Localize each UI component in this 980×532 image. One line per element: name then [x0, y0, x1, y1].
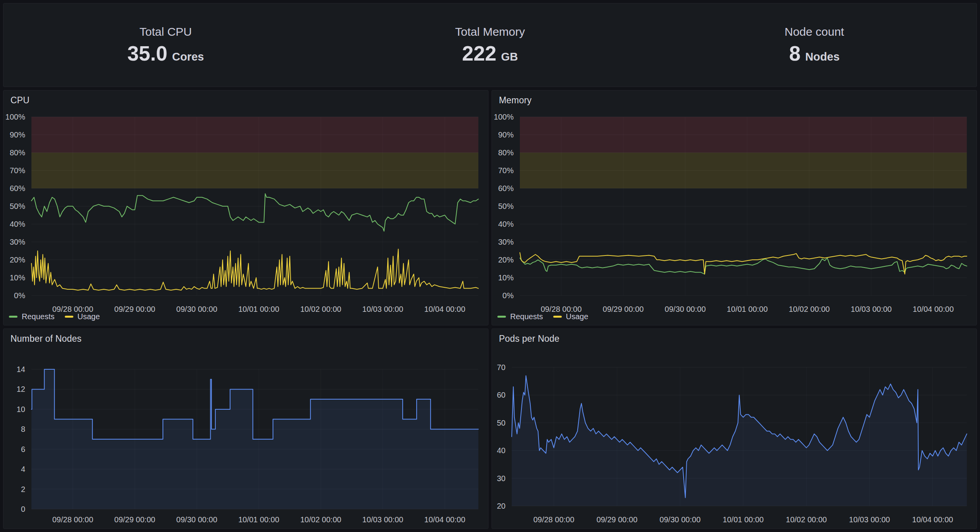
y-axis-tick-label: 90%	[498, 130, 514, 139]
x-axis-tick-label: 10/02 00:00	[789, 305, 830, 313]
y-axis-tick-label: 50%	[10, 202, 25, 210]
y-axis-tick-label: 70	[497, 363, 506, 372]
panel-memory: Memory 0%10%20%30%40%50%60%70%80%90%100%…	[492, 90, 977, 325]
dashboard: { "colors": { "page_bg": "#111217", "pan…	[0, 0, 980, 532]
stats-row: Total CPU 35.0 Cores Total Memory 222 GB…	[3, 3, 977, 87]
panel-cpu: CPU 0%10%20%30%40%50%60%70%80%90%100%09/…	[3, 90, 488, 325]
x-axis-tick-label: 09/30 00:00	[665, 305, 706, 313]
y-axis-tick-label: 20%	[10, 256, 25, 264]
x-axis-tick-label: 10/03 00:00	[362, 515, 403, 524]
y-axis-tick-label: 40%	[498, 220, 514, 228]
stat-total-cpu-label: Total CPU	[139, 25, 192, 38]
legend-label: Requests	[22, 312, 55, 321]
pods-plot-area[interactable]: 20304050607009/28 00:0009/29 00:0009/30 …	[492, 329, 977, 529]
y-axis-tick-label: 20%	[498, 256, 514, 264]
stat-node-count: Node count 8 Nodes	[652, 25, 977, 65]
y-axis-tick-label: 12	[17, 385, 25, 393]
stat-node-count-unit: Nodes	[805, 50, 840, 63]
y-axis-tick-label: 80%	[498, 148, 514, 157]
legend-item-requests[interactable]: Requests	[497, 312, 543, 321]
y-axis-tick-label: 4	[21, 465, 25, 473]
stats-panel: Total CPU 35.0 Cores Total Memory 222 GB…	[3, 3, 977, 87]
cpu-legend: RequestsUsage	[9, 312, 100, 321]
stat-total-cpu-unit: Cores	[172, 50, 204, 63]
x-axis-tick-label: 09/29 00:00	[114, 515, 156, 524]
legend-color-pill-icon	[553, 316, 562, 318]
y-axis-tick-label: 50	[497, 419, 506, 427]
panel-number-of-nodes: Number of Nodes 0246810121409/28 00:0009…	[3, 329, 488, 529]
legend-label: Usage	[566, 312, 589, 321]
y-axis-tick-label: 30%	[498, 238, 514, 246]
panel-memory-title[interactable]: Memory	[499, 95, 532, 106]
x-axis-tick-label: 09/30 00:00	[176, 515, 217, 524]
x-axis-tick-label: 10/02 00:00	[300, 305, 341, 313]
memory-plot-area[interactable]: 0%10%20%30%40%50%60%70%80%90%100%09/28 0…	[492, 90, 977, 325]
cpu-chart[interactable]: 0%10%20%30%40%50%60%70%80%90%100%09/28 0…	[3, 90, 488, 325]
y-axis-tick-label: 0%	[14, 291, 25, 300]
stat-total-cpu-value-row: 35.0 Cores	[127, 42, 204, 65]
panel-pods-per-node-title[interactable]: Pods per Node	[499, 334, 559, 344]
series-line-requests	[520, 258, 967, 274]
stat-node-count-value-row: 8 Nodes	[789, 42, 840, 65]
x-axis-tick-label: 10/01 00:00	[238, 305, 279, 313]
legend-color-pill-icon	[9, 316, 17, 318]
stat-total-memory-unit: GB	[501, 50, 518, 63]
y-axis-tick-label: 40	[497, 446, 506, 455]
x-axis-tick-label: 10/03 00:00	[362, 305, 403, 313]
y-axis-tick-label: 40%	[10, 220, 25, 228]
x-axis-tick-label: 09/28 00:00	[52, 515, 93, 524]
y-axis-tick-label: 80%	[10, 148, 25, 157]
x-axis-tick-label: 10/02 00:00	[300, 515, 341, 524]
panel-number-of-nodes-title[interactable]: Number of Nodes	[10, 334, 81, 344]
y-axis-tick-label: 30	[497, 474, 506, 483]
x-axis-tick-label: 09/29 00:00	[114, 305, 156, 313]
y-axis-tick-label: 10	[17, 405, 25, 414]
pods-per-node-chart[interactable]: 20304050607009/28 00:0009/29 00:0009/30 …	[492, 329, 977, 529]
series-line-requests	[31, 194, 478, 231]
stat-total-cpu: Total CPU 35.0 Cores	[3, 25, 328, 65]
x-axis-tick-label: 09/28 00:00	[533, 515, 575, 524]
cpu-plot-area[interactable]: 0%10%20%30%40%50%60%70%80%90%100%09/28 0…	[3, 90, 488, 325]
x-axis-tick-label: 09/29 00:00	[603, 305, 644, 313]
x-axis-tick-label: 09/30 00:00	[176, 305, 217, 313]
nodes-plot-area[interactable]: 0246810121409/28 00:0009/29 00:0009/30 0…	[3, 329, 488, 529]
legend-color-pill-icon	[497, 316, 506, 318]
y-axis-tick-label: 14	[17, 365, 25, 374]
y-axis-tick-label: 50%	[498, 202, 514, 210]
legend-item-usage[interactable]: Usage	[553, 312, 589, 321]
y-axis-tick-label: 100%	[494, 113, 514, 121]
x-axis-tick-label: 09/29 00:00	[596, 515, 637, 524]
memory-chart[interactable]: 0%10%20%30%40%50%60%70%80%90%100%09/28 0…	[492, 90, 977, 325]
y-axis-tick-label: 30%	[10, 238, 25, 246]
legend-item-requests[interactable]: Requests	[9, 312, 55, 321]
y-axis-tick-label: 70%	[10, 166, 25, 175]
y-axis-tick-label: 60%	[10, 184, 25, 193]
x-axis-tick-label: 10/04 00:00	[913, 305, 954, 313]
x-axis-tick-label: 10/01 00:00	[723, 515, 764, 524]
stat-total-memory: Total Memory 222 GB	[328, 25, 652, 65]
y-axis-tick-label: 0	[21, 505, 25, 513]
legend-item-usage[interactable]: Usage	[65, 312, 100, 321]
series-line-usage	[31, 249, 478, 290]
y-axis-tick-label: 60%	[498, 184, 514, 193]
x-axis-tick-label: 10/04 00:00	[424, 515, 466, 524]
y-axis-tick-label: 70%	[498, 166, 514, 175]
y-axis-tick-label: 8	[21, 425, 25, 433]
y-axis-tick-label: 2	[21, 485, 25, 494]
y-axis-tick-label: 90%	[10, 130, 25, 139]
panel-cpu-title[interactable]: CPU	[10, 95, 29, 106]
x-axis-tick-label: 10/04 00:00	[912, 515, 953, 524]
stat-total-cpu-value: 35.0	[127, 42, 167, 65]
y-axis-tick-label: 20	[497, 502, 506, 510]
memory-legend: RequestsUsage	[497, 312, 588, 321]
x-axis-tick-label: 10/04 00:00	[424, 305, 466, 313]
y-axis-tick-label: 10%	[498, 273, 514, 282]
legend-label: Usage	[78, 312, 100, 321]
stat-total-memory-label: Total Memory	[455, 25, 525, 38]
y-axis-tick-label: 100%	[5, 113, 25, 121]
number-of-nodes-chart[interactable]: 0246810121409/28 00:0009/29 00:0009/30 0…	[3, 329, 488, 529]
x-axis-tick-label: 10/03 00:00	[851, 305, 892, 313]
stat-total-memory-value: 222	[462, 42, 496, 65]
x-axis-tick-label: 10/01 00:00	[727, 305, 768, 313]
y-axis-tick-label: 0%	[502, 291, 514, 300]
